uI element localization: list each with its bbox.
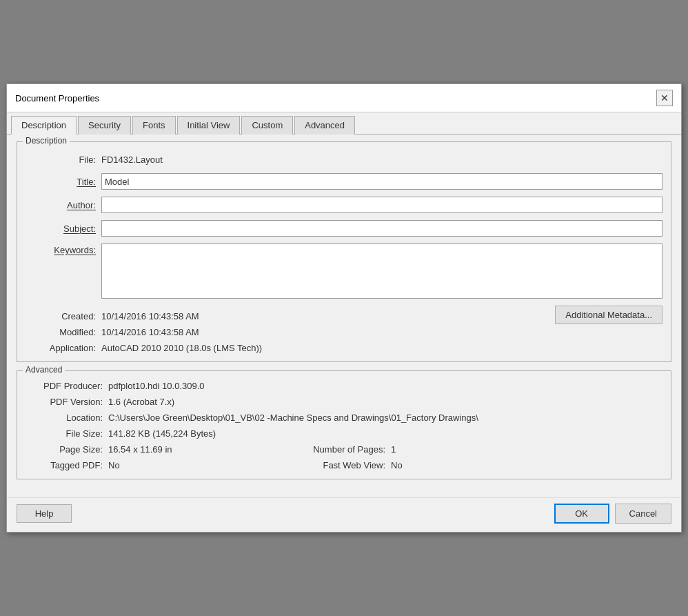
tab-fonts[interactable]: Fonts <box>132 116 176 135</box>
created-label: Created: <box>26 311 101 321</box>
dialog-title: Document Properties <box>15 93 99 103</box>
button-bar: Help OK Cancel <box>7 497 681 532</box>
modified-row: Modified: 10/14/2016 10:43:58 AM <box>26 327 555 337</box>
tab-initial-view[interactable]: Initial View <box>177 116 241 135</box>
author-input[interactable] <box>101 197 662 213</box>
fast-web-value: No <box>391 460 403 470</box>
application-value: AutoCAD 2010 2010 (18.0s (LMS Tech)) <box>101 343 262 353</box>
title-row: Title: <box>26 173 662 190</box>
tagged-pdf-label: Tagged PDF: <box>26 460 108 470</box>
page-size-value: 16.54 x 11.69 in <box>108 444 281 455</box>
help-button[interactable]: Help <box>17 504 72 523</box>
author-row: Author: <box>26 197 662 213</box>
pdf-version-value: 1.6 (Acrobat 7.x) <box>108 397 174 407</box>
description-group: Description File: FD1432.Layout Title: A… <box>17 141 671 362</box>
file-size-value: 141.82 KB (145,224 Bytes) <box>108 428 216 439</box>
dates-section: Created: 10/14/2016 10:43:58 AM Modified… <box>26 306 555 353</box>
keywords-label: Keywords: <box>26 244 101 255</box>
tab-advanced[interactable]: Advanced <box>294 116 355 135</box>
tab-custom[interactable]: Custom <box>241 116 293 135</box>
ok-cancel-group: OK Cancel <box>554 504 671 524</box>
dialog-window: Document Properties ✕ Description Securi… <box>6 83 682 533</box>
page-size-row: Page Size: 16.54 x 11.69 in Number of Pa… <box>26 444 662 455</box>
tabs-container: Description Security Fonts Initial View … <box>7 112 681 135</box>
modified-label: Modified: <box>26 327 101 337</box>
title-label: Title: <box>26 177 101 187</box>
pdf-producer-row: PDF Producer: pdfplot10.hdi 10.0.309.0 <box>26 381 662 391</box>
tab-content: Description File: FD1432.Layout Title: A… <box>7 135 681 497</box>
file-label: File: <box>26 155 101 165</box>
file-row: File: FD1432.Layout <box>26 153 662 166</box>
subject-label: Subject: <box>26 223 101 234</box>
created-row: Created: 10/14/2016 10:43:58 AM <box>26 311 555 321</box>
location-row: Location: C:\Users\Joe Green\Desktop\01_… <box>26 413 662 423</box>
page-size-label: Page Size: <box>26 444 108 455</box>
created-value: 10/14/2016 10:43:58 AM <box>101 311 199 321</box>
additional-metadata-button[interactable]: Additional Metadata... <box>555 306 662 324</box>
application-row: Application: AutoCAD 2010 2010 (18.0s (L… <box>26 343 555 353</box>
num-pages-label: Number of Pages: <box>281 444 391 455</box>
pdf-version-label: PDF Version: <box>26 397 108 407</box>
num-pages-value: 1 <box>391 444 396 455</box>
tab-description[interactable]: Description <box>11 116 77 135</box>
file-size-row: File Size: 141.82 KB (145,224 Bytes) <box>26 428 662 439</box>
keywords-row: Keywords: <box>26 244 662 299</box>
pdf-producer-label: PDF Producer: <box>26 381 108 391</box>
tab-security[interactable]: Security <box>78 116 131 135</box>
subject-row: Subject: <box>26 220 662 237</box>
cancel-button[interactable]: Cancel <box>615 504 671 524</box>
file-size-label: File Size: <box>26 428 108 439</box>
created-section: Created: 10/14/2016 10:43:58 AM Modified… <box>26 306 662 353</box>
description-group-title: Description <box>23 136 70 146</box>
file-value: FD1432.Layout <box>101 153 662 166</box>
location-value: C:\Users\Joe Green\Desktop\01_VB\02 -Mac… <box>108 413 478 423</box>
pdf-producer-value: pdfplot10.hdi 10.0.309.0 <box>108 381 205 391</box>
advanced-group: Advanced PDF Producer: pdfplot10.hdi 10.… <box>17 370 671 479</box>
author-label: Author: <box>26 200 101 210</box>
metadata-btn-section: Additional Metadata... <box>555 306 662 324</box>
close-button[interactable]: ✕ <box>656 90 673 106</box>
tagged-pdf-row: Tagged PDF: No Fast Web View: No <box>26 460 662 470</box>
pdf-version-row: PDF Version: 1.6 (Acrobat 7.x) <box>26 397 662 407</box>
fast-web-label: Fast Web View: <box>281 460 391 470</box>
title-bar: Document Properties ✕ <box>7 84 681 112</box>
ok-button[interactable]: OK <box>554 504 609 524</box>
subject-input[interactable] <box>101 220 662 237</box>
title-input[interactable] <box>101 173 662 190</box>
location-label: Location: <box>26 413 108 423</box>
keywords-input[interactable] <box>101 244 662 299</box>
application-label: Application: <box>26 343 101 353</box>
advanced-group-title: Advanced <box>23 365 65 375</box>
modified-value: 10/14/2016 10:43:58 AM <box>101 327 199 337</box>
tagged-pdf-value: No <box>108 460 281 470</box>
